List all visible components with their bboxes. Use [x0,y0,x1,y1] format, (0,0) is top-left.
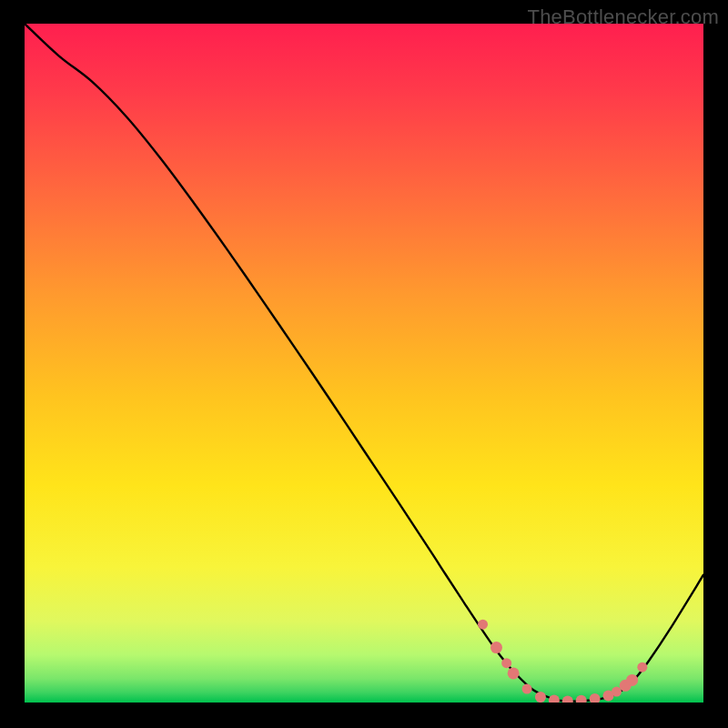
marker-dot [501,658,511,668]
marker-dot [612,687,622,697]
marker-dot [626,674,638,686]
site-watermark: TheBottlenecker.com [528,5,719,29]
plot-area [25,24,703,703]
gradient-background [25,24,703,703]
marker-dot [490,642,502,653]
stage: TheBottlenecker.com [0,0,728,728]
marker-dot [637,662,647,672]
marker-dot [522,684,532,694]
marker-dot [535,692,546,703]
marker-dot [508,667,520,679]
chart-svg [25,24,703,703]
marker-dot [478,620,488,630]
